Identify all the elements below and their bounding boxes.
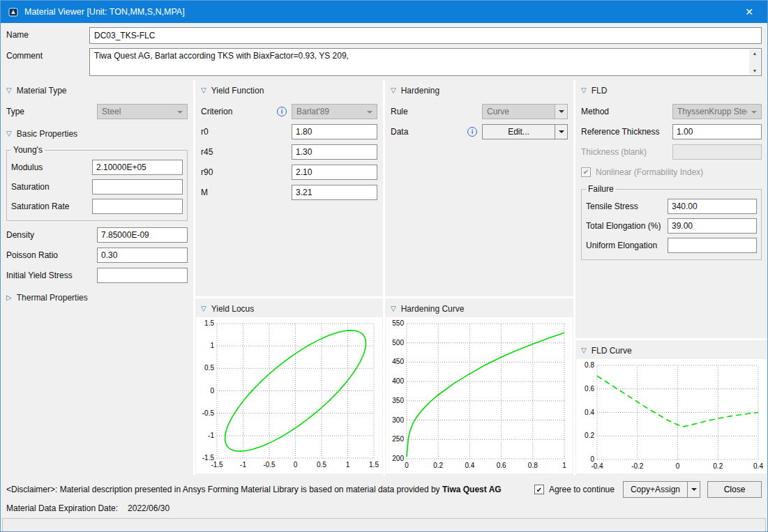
column-yield-function: ▽ Yield Function Criterion i Barlat'89 r…: [195, 80, 383, 478]
svg-text:1.5: 1.5: [369, 461, 379, 469]
section-header-hardening[interactable]: ▽ Hardening: [385, 80, 573, 99]
svg-text:350: 350: [392, 397, 404, 404]
modulus-input[interactable]: [92, 160, 183, 175]
chevron-down-icon: [691, 488, 697, 491]
chevron-down-icon: [751, 111, 757, 114]
column-material: ▽ Material Type Type Steel ▽ Basic Prope…: [1, 80, 193, 478]
disclaimer-text: <Disclaimer>: Material description prese…: [6, 485, 502, 494]
edit-dropdown-arrow[interactable]: [555, 124, 568, 139]
section-header-yield-locus[interactable]: ▽ Yield Locus: [195, 298, 383, 317]
scroll-down-icon[interactable]: ▼: [753, 67, 758, 75]
poisson-ratio-label: Poisson Ratio: [6, 250, 97, 260]
method-select: ThyssenKrupp Steel: [672, 104, 762, 119]
criterion-label: Criterion: [201, 107, 277, 116]
r45-label: r45: [201, 147, 292, 157]
svg-text:250: 250: [392, 435, 404, 443]
r90-input[interactable]: [292, 165, 377, 180]
section-title: Hardening Curve: [401, 304, 465, 314]
svg-text:0.4: 0.4: [753, 462, 763, 470]
section-title: Thermal Properties: [17, 293, 88, 303]
svg-text:0.5: 0.5: [317, 461, 326, 469]
svg-text:0: 0: [405, 462, 409, 469]
comment-input[interactable]: Tiwa Quest AG, Barlat according TKS with…: [89, 48, 762, 76]
svg-text:-0.5: -0.5: [263, 461, 276, 469]
section-title: Yield Locus: [211, 304, 255, 314]
reference-thickness-input[interactable]: [672, 124, 762, 139]
edit-button[interactable]: Edit...: [482, 124, 555, 139]
info-icon[interactable]: i: [467, 127, 477, 137]
uniform-elongation-input[interactable]: [668, 238, 757, 253]
svg-text:200: 200: [392, 455, 404, 462]
collapse-icon: ▽: [6, 87, 12, 94]
copy-assign-button[interactable]: Copy+Assign: [623, 481, 688, 498]
rule-dropdown-arrow[interactable]: [555, 105, 567, 119]
section-header-hardening-curve[interactable]: ▽ Hardening Curve: [385, 298, 573, 317]
window-title: Material Viewer [Unit: TON,MM,S,N,MPA]: [24, 7, 185, 17]
agree-checkbox[interactable]: ✔: [534, 485, 544, 494]
close-icon[interactable]: ✕: [739, 6, 759, 17]
reference-thickness-label: Reference Thickness: [581, 127, 672, 137]
collapse-icon: ▽: [6, 130, 12, 137]
svg-text:-0.4: -0.4: [591, 462, 603, 470]
fld-curve-section: ▽ FLD Curve -0.4-0.200.20.400.20.40.60.8: [575, 340, 767, 478]
r0-label: r0: [201, 127, 292, 137]
uniform-elongation-label: Uniform Elongation: [586, 241, 668, 250]
svg-text:450: 450: [392, 358, 404, 365]
svg-text:-1.5: -1.5: [211, 461, 223, 469]
svg-text:400: 400: [392, 377, 404, 385]
footer: <Disclaimer>: Material description prese…: [1, 476, 767, 513]
section-header-material-type[interactable]: ▽ Material Type: [1, 80, 193, 99]
density-input[interactable]: [97, 227, 188, 243]
section-header-fld[interactable]: ▽ FLD: [575, 80, 767, 99]
collapse-icon: ▽: [391, 305, 396, 312]
svg-text:0.6: 0.6: [497, 462, 506, 469]
section-header-basic-properties[interactable]: ▽ Basic Properties: [1, 123, 193, 142]
chevron-down-icon: [367, 111, 372, 114]
failure-group: Failure Tensile Stress Total Elongation …: [581, 184, 762, 260]
section-title: FLD: [592, 86, 608, 96]
total-elongation-label: Total Elongation (%): [586, 221, 668, 231]
svg-text:0.6: 0.6: [585, 385, 594, 393]
tensile-stress-input[interactable]: [668, 199, 757, 214]
section-header-fld-curve[interactable]: ▽ FLD Curve: [575, 340, 767, 359]
type-select: Steel: [97, 104, 188, 119]
saturation-input[interactable]: [92, 179, 183, 195]
material-viewer-window: Material Viewer [Unit: TON,MM,S,N,MPA] ✕…: [0, 0, 768, 532]
column-hardening: ▽ Hardening Rule Curve Data i Edit...: [385, 80, 573, 478]
r45-input[interactable]: [292, 144, 377, 160]
rule-select: Curve: [482, 104, 568, 119]
comment-scrollbar[interactable]: ▲ ▼: [749, 50, 760, 75]
r0-input[interactable]: [292, 124, 377, 139]
total-elongation-input[interactable]: [668, 218, 757, 234]
info-icon[interactable]: i: [277, 107, 287, 116]
collapse-icon: ▽: [201, 87, 206, 94]
method-label: Method: [581, 107, 672, 116]
disclaimer-provider: Tiwa Quest AG: [442, 485, 502, 494]
collapse-icon: ▽: [581, 87, 587, 94]
initial-yield-stress-input[interactable]: [97, 268, 188, 283]
section-header-thermal-properties[interactable]: ▷ Thermal Properties: [1, 287, 193, 306]
section-title: Material Type: [17, 86, 67, 96]
poisson-ratio-input[interactable]: [97, 248, 188, 263]
svg-text:-1: -1: [208, 432, 214, 439]
youngs-group: Young's Modulus Saturation Saturation Ra…: [6, 145, 188, 221]
section-header-yield-function[interactable]: ▽ Yield Function: [195, 80, 383, 99]
column-fld: ▽ FLD Method ThyssenKrupp Steel Referenc…: [575, 80, 767, 478]
name-label: Name: [6, 27, 89, 40]
chevron-down-icon: [559, 130, 564, 133]
name-input[interactable]: [89, 27, 762, 44]
close-button[interactable]: Close: [707, 481, 762, 498]
m-exponent-input[interactable]: [292, 185, 377, 200]
edit-split-button: Edit...: [482, 124, 568, 139]
saturation-rate-input[interactable]: [92, 199, 183, 214]
expiration-label: Material Data Expiration Date:: [6, 503, 118, 513]
expiration-value: 2022/06/30: [128, 503, 170, 513]
collapse-icon: ▽: [581, 347, 587, 354]
copy-assign-dropdown-arrow[interactable]: [688, 481, 700, 498]
scroll-up-icon[interactable]: ▲: [753, 50, 758, 57]
section-title: Yield Function: [211, 86, 264, 96]
saturation-rate-label: Saturation Rate: [11, 202, 92, 211]
status-bar: [2, 518, 766, 532]
density-label: Density: [6, 230, 97, 240]
type-label: Type: [6, 107, 97, 116]
